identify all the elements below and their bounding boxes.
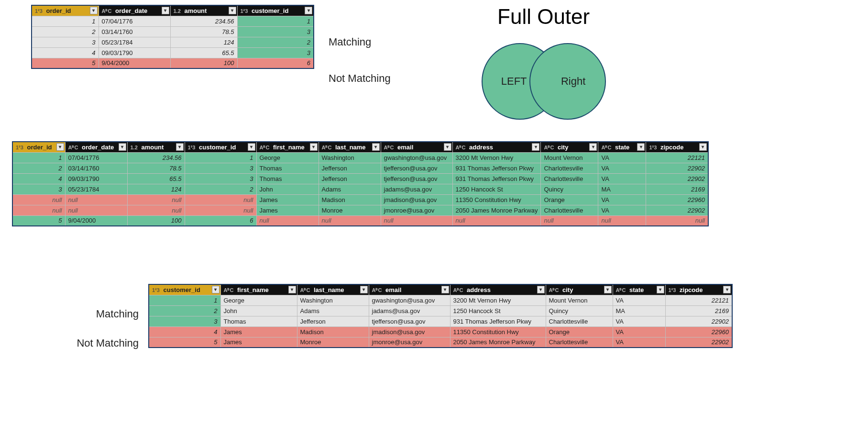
column-header-customer_id[interactable]: 1²3 customer_id▾ [237, 5, 314, 16]
cell: 2 [12, 163, 65, 173]
cell: 22902 [646, 205, 708, 215]
filter-dropdown-icon[interactable]: ▾ [212, 286, 220, 293]
cell: John [256, 184, 319, 194]
cell: 3 [12, 184, 65, 194]
filter-dropdown-icon[interactable]: ▾ [119, 143, 126, 151]
cell: 2 [185, 184, 256, 194]
cell: Madison [297, 326, 369, 337]
filter-dropdown-icon[interactable]: ▾ [90, 7, 98, 14]
column-header-order_id[interactable]: 1²3 order_id▾ [12, 142, 65, 152]
type-icon: AᴮC [453, 287, 463, 293]
cell: George [256, 152, 319, 163]
column-header-address[interactable]: AᴮC address▾ [452, 142, 541, 152]
column-header-state[interactable]: AᴮC state▾ [613, 284, 665, 295]
type-icon: 1²3 [152, 287, 160, 293]
filter-dropdown-icon[interactable]: ▾ [56, 143, 64, 151]
table-row: 409/03/179065.53 [32, 47, 314, 58]
cell: 2050 James Monroe Parkway [452, 205, 541, 215]
column-header-zipcode[interactable]: 1²3 zipcode▾ [665, 284, 732, 295]
table-row: nullnullnullnullJamesMadisonjmadison@usa… [12, 194, 708, 205]
filter-dropdown-icon[interactable]: ▾ [360, 286, 368, 293]
table-row: 59/04/20001006 [32, 58, 314, 68]
type-icon: 1²3 [649, 145, 657, 150]
filter-dropdown-icon[interactable]: ▾ [444, 143, 451, 151]
cell: Mount Vernon [546, 295, 613, 305]
table-row: 305/23/17841242 [32, 37, 314, 47]
cell: 78.5 [170, 26, 237, 37]
filter-dropdown-icon[interactable]: ▾ [532, 143, 539, 151]
filter-dropdown-icon[interactable]: ▾ [589, 143, 597, 151]
cell: 4 [12, 173, 65, 184]
cell: Charlottesville [541, 173, 598, 184]
column-header-first_name[interactable]: AᴮC first_name▾ [256, 142, 319, 152]
filter-dropdown-icon[interactable]: ▾ [305, 7, 312, 14]
type-icon: AᴮC [372, 287, 382, 293]
column-header-last_name[interactable]: AᴮC last_name▾ [297, 284, 369, 295]
type-icon: AᴮC [322, 145, 332, 151]
filter-dropdown-icon[interactable]: ▾ [604, 286, 612, 293]
filter-dropdown-icon[interactable]: ▾ [229, 7, 236, 14]
column-header-amount[interactable]: 1.2 amount▾ [170, 5, 237, 16]
filter-dropdown-icon[interactable]: ▾ [537, 286, 545, 293]
filter-dropdown-icon[interactable]: ▾ [441, 286, 449, 293]
filter-dropdown-icon[interactable]: ▾ [699, 143, 707, 151]
cell: 22121 [665, 295, 732, 305]
column-header-city[interactable]: AᴮC city▾ [541, 142, 598, 152]
cell: 234.56 [127, 152, 185, 163]
column-header-order_date[interactable]: AᴮC order_date▾ [65, 142, 127, 152]
filter-dropdown-icon[interactable]: ▾ [162, 7, 169, 14]
cell: 11350 Constitution Hwy [450, 326, 546, 337]
cell: 22960 [665, 326, 732, 337]
cell: Jefferson [319, 163, 381, 173]
type-icon: AᴮC [456, 145, 466, 151]
cell: null [65, 194, 127, 205]
filter-dropdown-icon[interactable]: ▾ [310, 143, 318, 151]
column-header-last_name[interactable]: AᴮC last_name▾ [319, 142, 381, 152]
cell: 65.5 [127, 173, 185, 184]
column-header-amount[interactable]: 1.2 amount▾ [127, 142, 185, 152]
cell: 22902 [665, 337, 732, 348]
type-icon: 1.2 [131, 145, 138, 150]
cell: null [319, 215, 381, 226]
column-header-customer_id[interactable]: 1²3 customer_id▾ [149, 284, 220, 295]
cell: 931 Thomas Jefferson Pkwy [452, 163, 541, 173]
cell: James [256, 194, 319, 205]
cell: null [381, 215, 452, 226]
column-header-customer_id[interactable]: 1²3 customer_id▾ [185, 142, 256, 152]
cell: 2050 James Monroe Parkway [450, 337, 546, 348]
column-header-email[interactable]: AᴮC email▾ [381, 142, 452, 152]
cell: Orange [541, 194, 598, 205]
cell: John [220, 305, 297, 316]
cell: null [65, 205, 127, 215]
filter-dropdown-icon[interactable]: ▾ [723, 286, 731, 293]
cell: 1 [237, 16, 314, 26]
column-header-city[interactable]: AᴮC city▾ [546, 284, 613, 295]
cell: Quincy [541, 184, 598, 194]
column-header-address[interactable]: AᴮC address▾ [450, 284, 546, 295]
type-icon: AᴮC [601, 145, 611, 151]
table-row: 1GeorgeWashingtongwashington@usa.gov3200… [149, 295, 732, 305]
column-header-email[interactable]: AᴮC email▾ [369, 284, 450, 295]
cell: 9/04/2000 [65, 215, 127, 226]
filter-dropdown-icon[interactable]: ▾ [248, 143, 255, 151]
page-title: Full Outer [472, 5, 615, 29]
filter-dropdown-icon[interactable]: ▾ [657, 286, 664, 293]
table-row: 107/04/1776234.561GeorgeWashingtongwashi… [12, 152, 708, 163]
cell: Washington [297, 295, 369, 305]
cell: James [256, 205, 319, 215]
cell: VA [598, 163, 646, 173]
column-header-zipcode[interactable]: 1²3 zipcode▾ [646, 142, 708, 152]
cell: Adams [319, 184, 381, 194]
filter-dropdown-icon[interactable]: ▾ [176, 143, 184, 151]
cell: 22902 [646, 163, 708, 173]
filter-dropdown-icon[interactable]: ▾ [372, 143, 380, 151]
filter-dropdown-icon[interactable]: ▾ [637, 143, 645, 151]
column-header-first_name[interactable]: AᴮC first_name▾ [220, 284, 297, 295]
column-header-state[interactable]: AᴮC state▾ [598, 142, 646, 152]
cell: Washington [319, 152, 381, 163]
column-header-order_id[interactable]: 1²3 order_id▾ [32, 5, 99, 16]
column-header-order_date[interactable]: AᴮC order_date▾ [99, 5, 170, 16]
cell: Thomas [256, 163, 319, 173]
cell: null [256, 215, 319, 226]
filter-dropdown-icon[interactable]: ▾ [288, 286, 296, 293]
